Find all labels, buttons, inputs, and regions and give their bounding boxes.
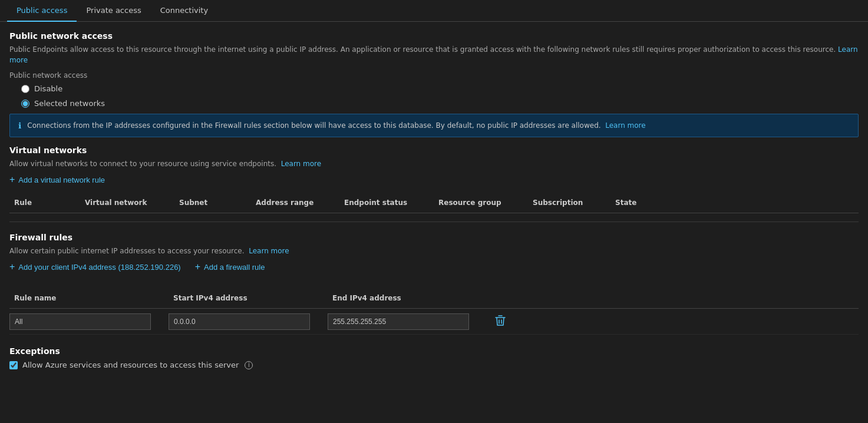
col-endpoint-status: Endpoint status [339, 196, 434, 209]
add-firewall-rule-button[interactable]: + Add a firewall rule [195, 262, 265, 272]
virtual-networks-learn-more-link[interactable]: Learn more [281, 160, 321, 168]
fw-cell-rule-name [9, 313, 169, 330]
virtual-networks-table-header: Rule Virtual network Subnet Address rang… [9, 193, 859, 213]
firewall-rules-description: Allow certain public internet IP address… [9, 246, 859, 256]
tab-private-access[interactable]: Private access [77, 0, 150, 22]
radio-option-selected-networks[interactable]: Selected networks [21, 99, 859, 108]
firewall-rules-section: Firewall rules Allow certain public inte… [9, 233, 859, 335]
col-virtual-network: Virtual network [80, 196, 174, 209]
fw-col-rule-name: Rule name [9, 292, 169, 305]
exceptions-title: Exceptions [9, 346, 859, 356]
col-subscription: Subscription [528, 196, 610, 209]
virtual-networks-title: Virtual networks [9, 146, 859, 155]
firewall-rules-title: Firewall rules [9, 233, 859, 242]
radio-disable-label: Disable [34, 84, 62, 93]
info-banner: ℹ Connections from the IP addresses conf… [9, 114, 859, 137]
add-client-ip-plus-icon: + [9, 262, 15, 272]
col-subnet: Subnet [174, 196, 251, 209]
tab-public-access[interactable]: Public access [7, 0, 77, 22]
public-network-section: Public network access Public Endpoints a… [9, 31, 859, 137]
virtual-networks-section: Virtual networks Allow virtual networks … [9, 146, 859, 222]
exceptions-checkbox-row: Allow Azure services and resources to ac… [9, 361, 859, 369]
radio-selected-networks-label: Selected networks [34, 99, 105, 108]
col-address-range: Address range [251, 196, 339, 209]
add-client-ip-button[interactable]: + Add your client IPv4 address (188.252.… [9, 262, 181, 272]
add-firewall-rule-plus-icon: + [195, 262, 200, 272]
exceptions-info-icon[interactable]: i [245, 361, 253, 369]
col-state: State [610, 196, 669, 209]
trash-icon [495, 315, 506, 326]
radio-option-disable[interactable]: Disable [21, 84, 859, 93]
tabs-nav: Public access Private access Connectivit… [0, 0, 868, 22]
azure-services-checkbox[interactable] [9, 361, 18, 369]
info-banner-learn-more-link[interactable]: Learn more [605, 121, 645, 130]
firewall-rules-table: Rule name Start IPv4 address End IPv4 ad… [9, 288, 859, 335]
public-network-description: Public Endpoints allow access to this re… [9, 44, 859, 65]
fw-cell-start-ip [169, 313, 328, 330]
firewall-add-buttons-row: + Add your client IPv4 address (188.252.… [9, 262, 859, 280]
divider-1 [9, 222, 859, 222]
info-banner-text: Connections from the IP addresses config… [27, 120, 645, 131]
radio-disable[interactable] [21, 85, 29, 93]
firewall-rules-learn-more-link[interactable]: Learn more [249, 247, 289, 255]
start-ip-input[interactable] [169, 313, 310, 330]
firewall-table-header: Rule name Start IPv4 address End IPv4 ad… [9, 288, 859, 309]
exceptions-checkbox-label: Allow Azure services and resources to ac… [22, 361, 239, 369]
delete-firewall-rule-button[interactable] [493, 312, 508, 331]
add-virtual-network-rule-button[interactable]: + Add a virtual network rule [9, 175, 105, 184]
fw-cell-delete [493, 312, 516, 331]
info-icon: ℹ [18, 121, 21, 130]
end-ip-input[interactable] [328, 313, 469, 330]
fw-col-start-ip: Start IPv4 address [169, 292, 328, 305]
public-network-title: Public network access [9, 31, 859, 41]
col-resource-group: Resource group [434, 196, 528, 209]
fw-col-actions [493, 292, 516, 305]
tab-connectivity[interactable]: Connectivity [151, 0, 217, 22]
fw-cell-end-ip [328, 313, 493, 330]
virtual-networks-description: Allow virtual networks to connect to you… [9, 158, 859, 169]
rule-name-input[interactable] [9, 313, 151, 330]
col-rule: Rule [9, 196, 80, 209]
fw-col-end-ip: End IPv4 address [328, 292, 493, 305]
add-virtual-network-plus-icon: + [9, 175, 15, 184]
main-content: Public network access Public Endpoints a… [0, 22, 868, 379]
exceptions-section: Exceptions Allow Azure services and reso… [9, 346, 859, 369]
table-row [9, 309, 859, 335]
public-network-label: Public network access [9, 71, 859, 80]
radio-group-network-access: Disable Selected networks [21, 84, 859, 108]
radio-selected-networks[interactable] [21, 100, 29, 108]
virtual-networks-table: Rule Virtual network Subnet Address rang… [9, 193, 859, 213]
